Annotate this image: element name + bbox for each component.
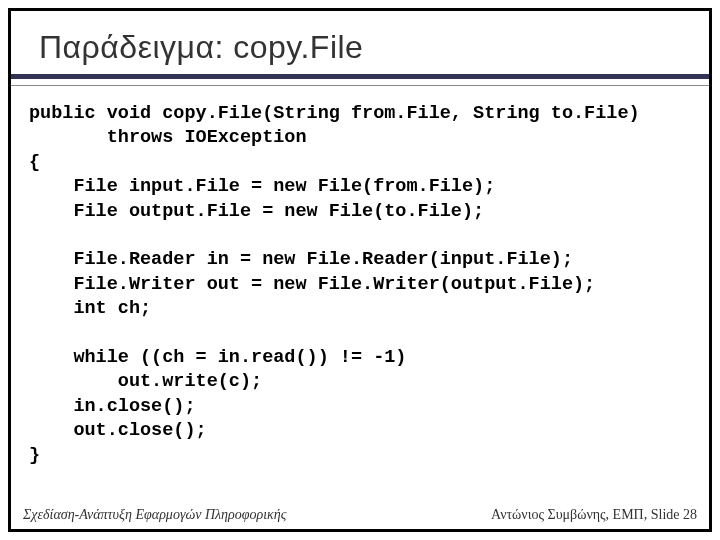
footer: Σχεδίαση-Ανάπτυξη Εφαρμογών Πληροφορικής… xyxy=(11,503,709,529)
slide-frame: Παράδειγμα: copy.File public void copy.F… xyxy=(8,8,712,532)
slide-title: Παράδειγμα: copy.File xyxy=(11,11,709,74)
slide: Παράδειγμα: copy.File public void copy.F… xyxy=(0,0,720,540)
footer-left: Σχεδίαση-Ανάπτυξη Εφαρμογών Πληροφορικής xyxy=(23,507,286,523)
title-divider xyxy=(11,74,709,86)
footer-right: Αντώνιος Συμβώνης, ΕΜΠ, Slide 28 xyxy=(491,507,697,523)
code-block: public void copy.File(String from.File, … xyxy=(11,86,709,503)
